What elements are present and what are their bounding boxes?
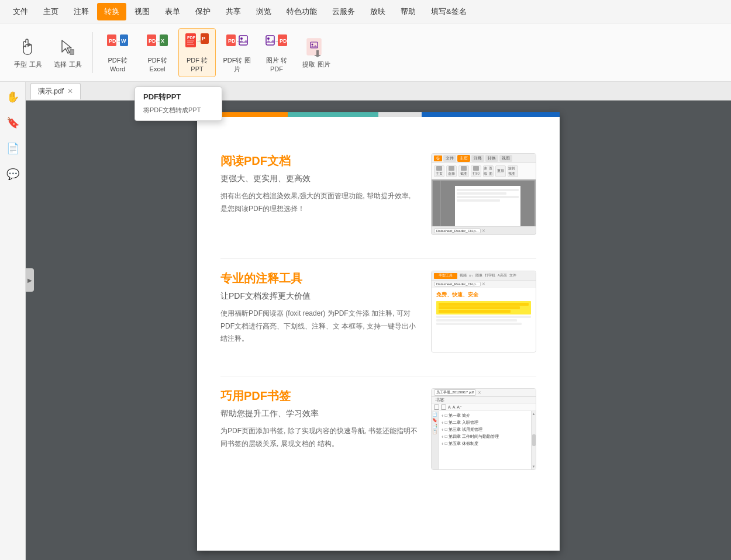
menu-cloud[interactable]: 云服务	[325, 3, 362, 20]
svg-text:W: W	[121, 38, 126, 44]
menu-presentation[interactable]: 放映	[363, 3, 392, 20]
svg-rect-0	[70, 50, 74, 54]
image-to-pdf-button[interactable]: → PDF 图片 转PDF	[258, 28, 295, 77]
divider-2	[220, 376, 536, 376]
section-annotate-desc: 使用福昕PDF阅读器 (foxit reader) 为PDF文件添 加注释, 可…	[220, 307, 419, 345]
tab-bar: 演示.pdf ✕	[26, 82, 731, 101]
pdf-ppt-icon: PDF → P	[185, 32, 209, 55]
menu-fill-sign[interactable]: 填写&签名	[424, 3, 474, 20]
tab-label: 演示.pdf	[38, 87, 64, 96]
image-pdf-icon: → PDF	[265, 32, 288, 55]
sidebar-bookmark-icon[interactable]: 🔖	[2, 112, 23, 133]
mini-reader-app: G 文件 主页 注释 转换 视图 主页 选择 截图 打印	[432, 154, 536, 234]
collapse-button[interactable]: ▶	[26, 268, 34, 292]
pdf-excel-label: PDF转 Excel	[141, 56, 174, 73]
pdf-word-icon: PDF → W	[106, 32, 129, 55]
mini-titlebar: G 文件 主页 注释 转换 视图	[432, 154, 536, 163]
section-read-text: 阅读PDF文档 更强大、更实用、更高效 拥有出色的文档渲染效果,强大的页面管理功…	[220, 153, 419, 235]
toolbar: 手型 工具 选择 工具 PDF → W PDF转 Word	[0, 23, 731, 82]
hand-tool-button[interactable]: 手型 工具	[9, 28, 47, 77]
mini-annotation-app: 手型工具 视频 T↑ 图像 打字机 A高亮 文件 Datasheet_Reade…	[432, 271, 536, 352]
extract-icon	[305, 36, 328, 59]
menu-help[interactable]: 帮助	[394, 3, 423, 20]
color-seg-light	[378, 112, 422, 117]
image-pdf-label: 图片 转PDF	[260, 56, 293, 73]
sidebar-page-icon[interactable]: 📄	[2, 138, 23, 159]
select-tool-label: 选择 工具	[54, 60, 81, 68]
svg-point-33	[312, 44, 313, 46]
tooltip-desc: 将PDF文档转成PPT	[135, 105, 222, 120]
menu-view[interactable]: 视图	[127, 3, 157, 20]
section-annotate-title: 专业的注释工具	[220, 271, 419, 286]
section-bookmark: 巧用PDF书签 帮助您提升工作、学习效率 为PDF页面添加书签, 除了实现内容的…	[220, 382, 536, 470]
extract-image-button[interactable]: 提取 图片	[298, 28, 335, 77]
section-bookmark-subtitle: 帮助您提升工作、学习效率	[220, 409, 419, 419]
section-read: 阅读PDF文档 更强大、更实用、更高效 拥有出色的文档渲染效果,强大的页面管理功…	[220, 147, 536, 235]
mini-bookmark-app: 员工手册_20120917.pdf ✕ 书签 A A	[432, 389, 536, 469]
hand-icon	[16, 36, 40, 59]
section-annotate-text: 专业的注释工具 让PDF文档发挥更大价值 使用福昕PDF阅读器 (foxit r…	[220, 271, 419, 352]
color-seg-blue	[422, 112, 560, 117]
main-content: 阅读PDF文档 更强大、更实用、更高效 拥有出色的文档渲染效果,强大的页面管理功…	[26, 101, 731, 560]
section-bookmark-image: 员工手册_20120917.pdf ✕ 书签 A A	[431, 388, 536, 470]
section-bookmark-title: 巧用PDF书签	[220, 388, 419, 404]
extract-label: 提取 图片	[302, 60, 330, 68]
pdf-to-ppt-button[interactable]: PDF → P PDF 转PPT	[178, 28, 216, 77]
hand-tool-label: 手型 工具	[14, 60, 42, 68]
page-area[interactable]: 阅读PDF文档 更强大、更实用、更高效 拥有出色的文档渲染效果,强大的页面管理功…	[26, 101, 731, 560]
pdf-excel-icon: PDF → X	[146, 32, 169, 55]
pdf-image-icon: PDF →	[225, 32, 249, 55]
section-read-title: 阅读PDF文档	[220, 153, 419, 169]
section-read-desc: 拥有出色的文档渲染效果,强大的页面管理功能, 帮助提升效率, 是您阅读PDF的理…	[220, 190, 419, 215]
menu-share[interactable]: 共享	[219, 3, 248, 20]
section-annotate-subtitle: 让PDF文档发挥更大价值	[220, 291, 419, 302]
menu-bar: 文件 主页 注释 转换 视图 表单 保护 共享 浏览 特色功能 云服务 放映 帮…	[0, 0, 731, 23]
toolbar-separator-1	[92, 32, 93, 73]
menu-feature[interactable]: 特色功能	[280, 3, 324, 20]
color-seg-teal	[288, 112, 378, 117]
divider-1	[220, 258, 536, 259]
pdf-word-label: PDF转 Word	[101, 56, 134, 73]
section-read-subtitle: 更强大、更实用、更高效	[220, 174, 419, 184]
section-bookmark-text: 巧用PDF书签 帮助您提升工作、学习效率 为PDF页面添加书签, 除了实现内容的…	[220, 388, 419, 470]
section-bookmark-desc: 为PDF页面添加书签, 除了实现内容的快速导航, 书签还能指明不同书签的层级关系…	[220, 425, 419, 450]
select-tool-button[interactable]: 选择 工具	[49, 28, 87, 77]
svg-text:X: X	[161, 38, 164, 44]
pdf-to-image-button[interactable]: PDF → PDF转 图片	[218, 28, 256, 77]
section-annotate: 专业的注释工具 让PDF文档发挥更大价值 使用福昕PDF阅读器 (foxit r…	[220, 265, 536, 352]
tab-demo-pdf[interactable]: 演示.pdf ✕	[30, 83, 81, 99]
menu-browse[interactable]: 浏览	[249, 3, 278, 20]
pdf-to-word-button[interactable]: PDF → W PDF转 Word	[99, 28, 136, 77]
pdf-ppt-tooltip: PDF转PPT 将PDF文档转成PPT	[135, 87, 222, 121]
menu-annotate[interactable]: 注释	[67, 3, 96, 20]
svg-text:P: P	[202, 36, 205, 42]
mini-toolbar: 主页 选择 截图 打印 连续页面 重排 旋转视图	[432, 163, 536, 179]
menu-home[interactable]: 主页	[36, 3, 65, 20]
pdf-to-excel-button[interactable]: PDF → X PDF转 Excel	[139, 28, 176, 77]
cursor-icon	[56, 36, 80, 59]
sidebar-comment-icon[interactable]: 💬	[2, 164, 23, 185]
pdf-image-label: PDF转 图片	[220, 56, 253, 73]
left-sidebar: ✋ 🔖 📄 💬	[0, 82, 26, 560]
section-annotate-image: 手型工具 视频 T↑ 图像 打字机 A高亮 文件 Datasheet_Reade…	[431, 271, 536, 352]
tab-close-button[interactable]: ✕	[67, 87, 73, 95]
tooltip-title: PDF转PPT	[135, 87, 222, 105]
svg-text:PDF: PDF	[187, 36, 196, 40]
mini-ann-titlebar: 手型工具 视频 T↑ 图像 打字机 A高亮 文件	[432, 271, 536, 281]
color-bar	[197, 112, 560, 117]
pdf-page: 阅读PDF文档 更强大、更实用、更高效 拥有出色的文档渲染效果,强大的页面管理功…	[197, 112, 560, 551]
pdf-ppt-label: PDF 转PPT	[181, 56, 213, 73]
collapse-icon: ▶	[27, 277, 32, 284]
svg-text:PDF: PDF	[280, 38, 288, 44]
menu-convert[interactable]: 转换	[97, 3, 126, 20]
svg-point-25	[240, 37, 243, 40]
sidebar-hand-icon[interactable]: ✋	[2, 87, 23, 108]
svg-point-27	[267, 37, 270, 40]
menu-protect[interactable]: 保护	[188, 3, 218, 20]
menu-file[interactable]: 文件	[6, 3, 35, 20]
section-read-image: G 文件 主页 注释 转换 视图 主页 选择 截图 打印	[431, 153, 536, 235]
menu-form[interactable]: 表单	[158, 3, 187, 20]
